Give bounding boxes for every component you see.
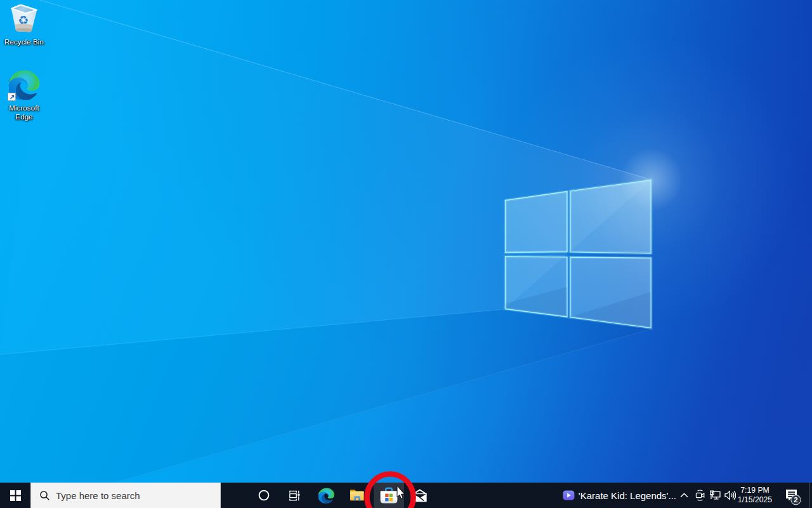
taskbar-file-explorer-button[interactable] [342,483,372,508]
search-input[interactable] [56,490,208,501]
windows-start-icon [10,490,21,501]
media-play-icon [563,490,575,501]
taskbar-mail-button[interactable] [405,483,435,508]
meet-now-button[interactable] [693,483,708,508]
desktop: ♻ Recycle Bin ↗ Microsoft Edge [0,0,812,483]
network-button[interactable] [708,483,723,508]
clock-time: 7:19 PM [740,486,769,496]
clock-date: 1/15/2025 [738,495,772,505]
taskbar-clock[interactable]: 7:19 PM 1/15/2025 [735,483,775,508]
shortcut-arrow-icon: ↗ [8,93,16,101]
task-view-icon [289,490,300,501]
task-view-button[interactable] [279,483,310,508]
media-title: 'Karate Kid: Legends'... [579,490,676,501]
hidden-icons-button[interactable] [676,483,691,508]
notification-badge: 2 [794,496,797,504]
svg-text:↗: ↗ [9,93,15,101]
cortana-button[interactable] [249,483,279,508]
taskbar-edge-button[interactable] [311,483,341,508]
network-icon [710,490,721,500]
action-center-button[interactable]: 2 [779,483,809,508]
mail-icon [412,489,428,502]
action-center-icon: 2 [785,489,807,508]
taskbar: 'Karate Kid: Legends'... [0,483,812,508]
desktop-icon-label: Microsoft Edge [5,104,43,121]
microsoft-store-icon [380,486,398,504]
taskbar-store-button[interactable] [374,483,404,508]
show-desktop-button[interactable] [809,483,809,508]
file-explorer-icon [350,488,365,502]
chevron-up-icon [680,493,688,498]
cortana-icon [258,490,270,501]
desktop-icon-recycle-bin[interactable]: ♻ Recycle Bin [0,4,48,46]
media-player-button[interactable]: 'Karate Kid: Legends'... [556,483,676,508]
search-icon [39,490,50,501]
taskbar-search[interactable] [30,483,221,508]
recycle-bin-icon: ♻ [10,4,38,34]
desktop-icon-label: Recycle Bin [4,37,44,46]
start-button[interactable] [0,483,30,508]
svg-text:♻: ♻ [18,13,30,27]
edge-icon [318,488,334,504]
desktop-icon-microsoft-edge[interactable]: ↗ Microsoft Edge [0,70,48,121]
meet-now-icon [695,490,706,501]
wallpaper [0,0,812,508]
